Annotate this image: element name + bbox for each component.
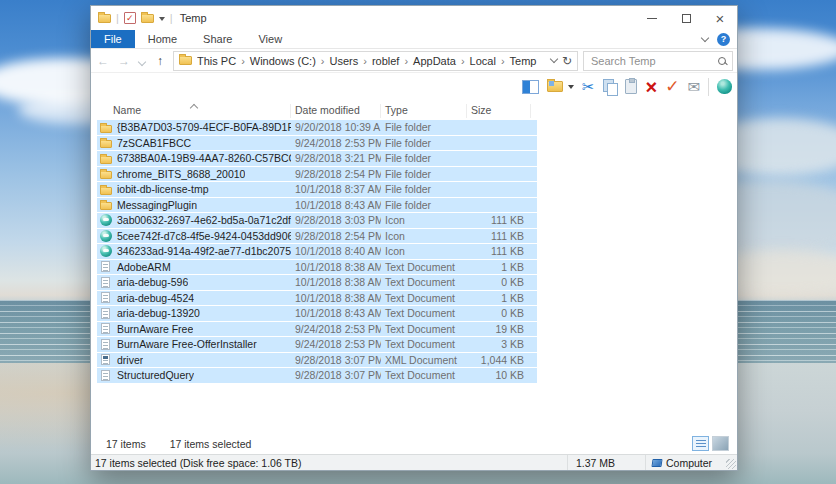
file-type: Icon bbox=[381, 230, 467, 242]
file-date: 9/28/2018 3:07 PM bbox=[291, 354, 381, 366]
select-check-icon[interactable] bbox=[665, 78, 679, 96]
file-date: 9/20/2018 10:39 A bbox=[291, 121, 381, 133]
properties-check-icon[interactable] bbox=[124, 12, 136, 24]
file-name: aria-debug-4524 bbox=[117, 292, 194, 304]
column-header[interactable]: Name bbox=[97, 104, 291, 118]
file-date: 9/24/2018 2:53 PM bbox=[291, 323, 381, 335]
table-row[interactable]: BurnAware Free 9/24/2018 2:53 PM Text Do… bbox=[97, 322, 537, 337]
table-row[interactable]: chrome_BITS_8688_20010 9/28/2018 2:54 PM… bbox=[97, 167, 537, 182]
search-icon[interactable] bbox=[717, 56, 727, 66]
file-type: File folder bbox=[381, 199, 467, 211]
address-dropdown-icon[interactable] bbox=[550, 55, 558, 63]
table-row[interactable]: AdobeARM 10/1/2018 8:38 AM Text Document… bbox=[97, 260, 537, 275]
details-view-icon[interactable] bbox=[692, 436, 709, 451]
window-controls bbox=[635, 6, 737, 30]
file-list-pane: Name Date modified Type Size {B3BA7D03-5… bbox=[97, 100, 537, 383]
table-row[interactable]: MessagingPlugin 10/1/2018 8:43 AM File f… bbox=[97, 198, 537, 213]
collapse-ribbon-icon[interactable] bbox=[701, 33, 709, 41]
help-icon[interactable] bbox=[717, 33, 730, 46]
breadcrumb-item[interactable]: AppData bbox=[413, 55, 469, 67]
file-icon bbox=[101, 323, 110, 334]
file-icon bbox=[101, 308, 110, 319]
items-count: 17 items bbox=[106, 438, 146, 450]
table-row[interactable]: StructuredQuery 9/28/2018 3:07 PM Text D… bbox=[97, 368, 537, 383]
ribbon-tabs: File Home Share View bbox=[91, 30, 737, 49]
shell-app-icon[interactable] bbox=[717, 79, 732, 94]
table-row[interactable]: aria-debug-596 10/1/2018 8:38 AM Text Do… bbox=[97, 275, 537, 290]
table-row[interactable]: aria-debug-13920 10/1/2018 8:43 AM Text … bbox=[97, 306, 537, 321]
table-row[interactable]: 7zSCAB1FBCC 9/24/2018 2:53 PM File folde… bbox=[97, 136, 537, 151]
close-button[interactable] bbox=[703, 6, 737, 30]
file-rows: {B3BA7D03-5709-4ECF-B0FA-89D1FD00... 9/2… bbox=[97, 120, 537, 383]
recent-locations-icon[interactable] bbox=[137, 55, 147, 67]
file-date: 10/1/2018 8:38 AM bbox=[291, 276, 381, 288]
new-folder-dropdown-icon[interactable] bbox=[568, 85, 574, 89]
breadcrumb-item[interactable]: Users bbox=[329, 55, 371, 67]
file-name: aria-debug-13920 bbox=[117, 307, 200, 319]
ribbon-tab[interactable]: File bbox=[91, 30, 135, 48]
new-folder-icon bbox=[547, 81, 563, 92]
back-icon[interactable] bbox=[95, 55, 111, 67]
title-bar[interactable]: | | Temp bbox=[91, 6, 737, 30]
breadcrumb-item[interactable]: This PC bbox=[197, 55, 250, 67]
breadcrumb-item[interactable]: roblef bbox=[372, 55, 413, 67]
refresh-icon[interactable] bbox=[562, 54, 572, 68]
file-icon bbox=[100, 125, 112, 133]
maximize-button[interactable] bbox=[669, 6, 703, 30]
copy-icon[interactable] bbox=[602, 79, 617, 94]
resize-grip[interactable] bbox=[726, 459, 736, 469]
file-name: MessagingPlugin bbox=[117, 199, 197, 211]
file-type: Text Document bbox=[381, 338, 467, 350]
forward-icon[interactable] bbox=[116, 55, 132, 67]
table-row[interactable]: BurnAware Free-OfferInstaller 9/24/2018 … bbox=[97, 337, 537, 352]
file-icon bbox=[100, 171, 112, 179]
column-header[interactable]: Date modified bbox=[291, 104, 381, 118]
minimize-button[interactable] bbox=[635, 6, 669, 30]
ribbon-tab[interactable]: Share bbox=[190, 30, 245, 48]
breadcrumb-item[interactable]: Local bbox=[470, 55, 510, 67]
file-name: 346233ad-914a-49f2-ae77-d1bc2075e69... bbox=[117, 245, 291, 257]
file-type: Text Document bbox=[381, 292, 467, 304]
file-name: 5cee742f-d7c8-4f5e-9424-0453dd9069f8... bbox=[117, 230, 291, 242]
search-input[interactable] bbox=[589, 54, 717, 68]
cut-icon[interactable] bbox=[582, 78, 595, 96]
ribbon-tab[interactable]: Home bbox=[135, 30, 190, 48]
table-row[interactable]: {B3BA7D03-5709-4ECF-B0FA-89D1FD00... 9/2… bbox=[97, 120, 537, 135]
address-box[interactable]: This PC Windows (C:) Users roblef AppDat… bbox=[173, 51, 578, 71]
file-size: 111 KB bbox=[467, 214, 531, 226]
delete-icon[interactable] bbox=[645, 78, 657, 96]
table-row[interactable]: 346233ad-914a-49f2-ae77-d1bc2075e69... 1… bbox=[97, 244, 537, 259]
file-size: 111 KB bbox=[467, 245, 531, 257]
thumbnails-view-icon[interactable] bbox=[712, 436, 729, 451]
table-row[interactable]: aria-debug-4524 10/1/2018 8:38 AM Text D… bbox=[97, 291, 537, 306]
new-folder-icon[interactable] bbox=[141, 14, 154, 23]
up-icon[interactable] bbox=[152, 55, 168, 67]
preview-pane-icon[interactable] bbox=[522, 80, 539, 94]
table-row[interactable]: 6738BA0A-19B9-4AA7-8260-C57BCC5FE 9/28/2… bbox=[97, 151, 537, 166]
column-header[interactable]: Size bbox=[467, 104, 531, 118]
file-size: 111 KB bbox=[467, 230, 531, 242]
file-size: 10 KB bbox=[467, 369, 531, 381]
view-toggles bbox=[692, 436, 729, 451]
new-folder-button[interactable] bbox=[547, 78, 563, 96]
column-header[interactable]: Type bbox=[381, 104, 467, 118]
column-header-row: Name Date modified Type Size bbox=[97, 100, 537, 118]
file-name: {B3BA7D03-5709-4ECF-B0FA-89D1FD00... bbox=[117, 121, 291, 133]
ribbon-tab[interactable]: View bbox=[245, 30, 295, 48]
classic-status-bar: 17 items selected (Disk free space: 1.06… bbox=[91, 454, 737, 470]
breadcrumb-label: Users bbox=[329, 55, 358, 67]
breadcrumb-item[interactable]: Temp bbox=[510, 55, 537, 67]
paste-icon[interactable] bbox=[625, 79, 637, 94]
items-selected: 17 items selected bbox=[170, 438, 252, 450]
search-box[interactable] bbox=[583, 51, 733, 71]
customize-dropdown-icon[interactable] bbox=[159, 17, 165, 21]
table-row[interactable]: 5cee742f-d7c8-4f5e-9424-0453dd9069f8... … bbox=[97, 229, 537, 244]
table-row[interactable]: 3ab00632-2697-4e62-bd5a-0a71c2dfb2... 9/… bbox=[97, 213, 537, 228]
mail-icon[interactable] bbox=[687, 78, 700, 96]
table-row[interactable]: iobit-db-license-tmp 10/1/2018 8:37 AM F… bbox=[97, 182, 537, 197]
table-row[interactable]: driver 9/28/2018 3:07 PM XML Document 1,… bbox=[97, 353, 537, 368]
file-type: Text Document bbox=[381, 323, 467, 335]
file-icon bbox=[100, 245, 112, 257]
file-type: File folder bbox=[381, 168, 467, 180]
breadcrumb-item[interactable]: Windows (C:) bbox=[250, 55, 330, 67]
